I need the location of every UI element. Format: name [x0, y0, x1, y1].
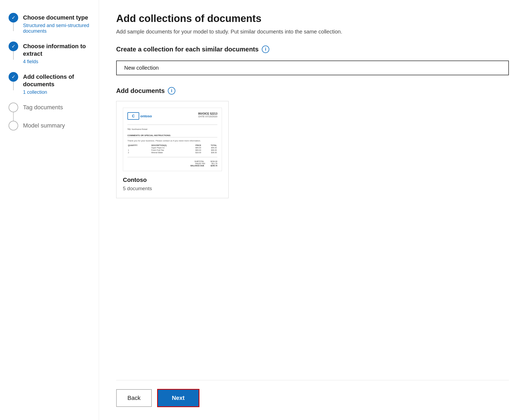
invoice-to: TO: Northwind Retail	[127, 128, 217, 130]
add-documents-info-icon[interactable]: i	[168, 87, 175, 95]
step-title-step2: Choose information to extract	[23, 43, 90, 58]
invoice-totals-divider	[127, 157, 217, 157]
invoice-description-text: Thank you for your business. Please cont…	[127, 140, 217, 142]
contoso-logo: C ontoso	[127, 112, 152, 120]
invoice-table-header-row: QUANTITY DESCRIPTION(S) PRICE TOTAL	[127, 144, 217, 147]
col-qty: QUANTITY	[127, 144, 151, 147]
invoice-title-block: INVOICE 52213 DATE 07/15/2020	[198, 112, 217, 118]
row1-desc: Super Pepsi Co	[151, 147, 187, 149]
total-label: BALANCE DUE	[191, 165, 204, 167]
bottom-nav: Back Next	[116, 380, 509, 420]
col-price: PRICE	[187, 144, 202, 147]
collection-docs-count: 5 documents	[123, 186, 222, 192]
step-circle-step3: ✓	[9, 72, 18, 82]
step-line-step4	[13, 112, 14, 121]
row2-desc: Fresh Fruit Tea	[151, 149, 187, 151]
collection-heading-text: Create a collection for each similar doc…	[116, 46, 259, 53]
row3-desc: Mineral Water	[151, 151, 187, 154]
sidebar-step-step2[interactable]: ✓Choose information to extract4 fields	[9, 42, 90, 72]
step-content-step1: Choose document typeStructured and semi-…	[23, 13, 90, 42]
step-circle-step5	[9, 121, 18, 130]
sidebar-step-step4: Tag documents	[9, 103, 90, 121]
collection-name: Contoso	[123, 177, 222, 183]
step-title-step4: Tag documents	[23, 104, 63, 111]
step-content-step5: Model summary	[23, 121, 65, 137]
step-subtitle-step3: 1 collection	[23, 89, 90, 95]
col-desc: DESCRIPTION(S)	[151, 144, 187, 147]
total-value: $245.70	[211, 165, 217, 167]
invoice-header: C ontoso INVOICE 52213 DATE 07/15/2020	[127, 112, 217, 120]
invoice-totals: SUBTOTAL $234.00 SALES TAX $11.70 BALANC…	[127, 160, 217, 167]
step-subtitle-step2: 4 fields	[23, 59, 90, 65]
invoice-date: DATE 07/15/2020	[198, 115, 217, 118]
invoice-divider	[127, 125, 217, 125]
invoice-preview: C ontoso INVOICE 52213 DATE 07/15/2020 T…	[123, 108, 222, 171]
step-content-step4: Tag documents	[23, 103, 63, 119]
step-subtitle-step1: Structured and semi-structured documents	[23, 23, 90, 34]
logo-text: ontoso	[140, 114, 152, 118]
collection-card[interactable]: C ontoso INVOICE 52213 DATE 07/15/2020 T…	[116, 101, 229, 198]
row1-total: $99.00	[202, 147, 217, 149]
subtotal-value: $234.00	[211, 160, 217, 162]
add-documents-section: Add documents i	[116, 87, 509, 95]
step-circle-step4	[9, 103, 18, 112]
row2-total: $99.00	[202, 149, 217, 151]
invoice-row-3: 2 Mineral Water $18.00 $36.00	[127, 151, 217, 154]
step-circle-step2: ✓	[9, 42, 18, 51]
row2-qty: 1	[127, 149, 151, 151]
sidebar-step-step3[interactable]: ✓Add collections of documents1 collectio…	[9, 72, 90, 103]
sidebar: ✓Choose document typeStructured and semi…	[0, 0, 99, 420]
step-circle-step1: ✓	[9, 13, 18, 22]
logo-c-icon: C	[127, 112, 139, 120]
page-title: Add collections of documents	[116, 13, 509, 24]
invoice-description-header: COMMENTS OR SPECIAL INSTRUCTIONS:	[127, 134, 217, 137]
step-title-step3: Add collections of documents	[23, 73, 90, 88]
row3-qty: 2	[127, 151, 151, 154]
main-content: Add collections of documents Add sample …	[99, 0, 526, 420]
step-left-step3: ✓	[9, 72, 18, 90]
row3-price: $18.00	[187, 151, 202, 154]
invoice-to-value: Northwind Retail	[132, 128, 147, 130]
col-total: TOTAL	[202, 144, 217, 147]
invoice-to-label: TO:	[127, 128, 131, 130]
row2-price: $99.00	[187, 149, 202, 151]
tax-label: SALES TAX	[195, 163, 205, 164]
invoice-table: QUANTITY DESCRIPTION(S) PRICE TOTAL Supe…	[127, 144, 217, 154]
invoice-subtotal-row: SUBTOTAL $234.00	[194, 160, 217, 162]
step-line-step2	[13, 51, 14, 60]
row1-qty	[127, 147, 151, 149]
invoice-tax-row: SALES TAX $11.70	[195, 163, 217, 164]
step-title-step5: Model summary	[23, 122, 65, 130]
step-left-step2: ✓	[9, 42, 18, 60]
sidebar-step-step5: Model summary	[9, 121, 90, 137]
new-collection-button[interactable]: New collection	[116, 61, 509, 75]
step-line-step1	[13, 22, 14, 31]
step-content-step3: Add collections of documents1 collection	[23, 72, 90, 103]
row1-price: $99.00	[187, 147, 202, 149]
page-subtitle: Add sample documents for your model to s…	[116, 29, 509, 35]
sidebar-step-step1[interactable]: ✓Choose document typeStructured and semi…	[9, 13, 90, 42]
back-button[interactable]: Back	[116, 389, 152, 407]
step-left-step1: ✓	[9, 13, 18, 31]
invoice-number: INVOICE 52213	[198, 112, 217, 115]
tax-value: $11.70	[212, 163, 217, 164]
step-left-step4	[9, 103, 18, 121]
row3-total: $36.00	[202, 151, 217, 154]
collection-heading-section: Create a collection for each similar doc…	[116, 46, 509, 53]
invoice-row-1: Super Pepsi Co $99.00 $99.00	[127, 147, 217, 149]
step-title-step1: Choose document type	[23, 14, 90, 22]
invoice-row-2: 1 Fresh Fruit Tea $99.00 $99.00	[127, 149, 217, 151]
step-left-step5	[9, 121, 18, 130]
step-line-step3	[13, 82, 14, 90]
invoice-total-row: BALANCE DUE $245.70	[191, 165, 217, 167]
next-button[interactable]: Next	[157, 389, 199, 407]
subtotal-label: SUBTOTAL	[194, 160, 204, 162]
step-content-step2: Choose information to extract4 fields	[23, 42, 90, 72]
collection-info-icon[interactable]: i	[262, 46, 269, 53]
add-documents-text: Add documents	[116, 87, 165, 95]
